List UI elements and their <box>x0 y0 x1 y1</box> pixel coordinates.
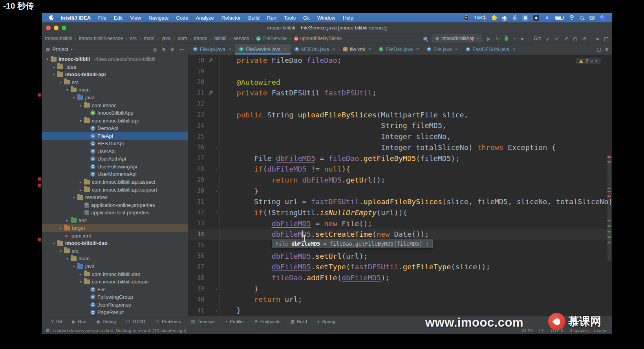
stripe-mark[interactable] <box>607 225 611 227</box>
line-number[interactable]: 39 <box>188 285 207 292</box>
chevron-down-icon[interactable]: ▾ <box>64 256 70 261</box>
code-line-26[interactable]: 26▾ Integer totalSliceNo) throws Excepti… <box>188 142 612 153</box>
input-language-indicator[interactable]: 英 <box>512 15 517 21</box>
close-tab-icon[interactable]: × <box>368 46 371 52</box>
fold-icon[interactable]: ▴ <box>214 189 219 193</box>
line-number[interactable]: 37 <box>188 263 207 270</box>
tree-item-pageresult[interactable]: CPageResult <box>42 309 188 316</box>
toolwindow-button-profiler[interactable]: ◔Profiler <box>220 316 249 327</box>
line-number[interactable]: 28 <box>188 166 207 173</box>
spotlight-search-icon[interactable] <box>580 16 584 20</box>
line-number[interactable]: 33 <box>188 220 207 227</box>
chevron-down-icon[interactable]: ▾ <box>51 241 57 245</box>
tree-item-userauthapi[interactable]: CUserAuthApi <box>42 155 188 163</box>
chevron-right-icon[interactable]: ▸ <box>58 226 64 230</box>
profiler-button[interactable]: ◔ <box>513 36 516 41</box>
code-line-31[interactable]: 31 String url = fastDFSUtil.uploadFileBy… <box>188 196 612 207</box>
wifi-icon[interactable] <box>569 15 575 20</box>
code-line-27[interactable]: 27 File dbFileMD5 = fileDao.getFileByMD5… <box>188 153 612 164</box>
line-number[interactable]: 23 <box>188 111 207 118</box>
menubar-item-run[interactable]: Run <box>267 15 276 21</box>
tree-item-followinggroup[interactable]: CFollowingGroup <box>42 293 188 301</box>
code-line-21[interactable]: 21 private FastDFSUtil fastDFSUtil; <box>188 88 612 99</box>
bean-gutter-icon[interactable] <box>208 89 213 97</box>
line-number[interactable]: 18 <box>188 57 207 64</box>
line-number[interactable]: 19 <box>188 68 207 75</box>
line-number[interactable]: 32 <box>188 209 207 216</box>
menubar-app-icon-2[interactable]: ◆ <box>533 15 539 21</box>
line-number[interactable]: 26 <box>188 144 207 151</box>
tree-item-com-imooc[interactable]: ▾com.imooc <box>42 101 188 109</box>
project-panel-header[interactable]: ▦ Project ▾ ◎≡⚙— <box>42 44 188 55</box>
tree-item-file[interactable]: CFile <box>42 285 188 293</box>
menubar-item-code[interactable]: Code <box>176 15 188 21</box>
breadcrumb-item-src[interactable]: src <box>130 36 137 41</box>
code-line-25[interactable]: 25 Integer sliceNo, <box>188 131 612 142</box>
tree-item-application-test-properties[interactable]: application-test.properties <box>42 209 188 217</box>
code-line-20[interactable]: 20 @Autowired <box>188 77 612 88</box>
code-line-40[interactable]: 40 return url; <box>188 294 612 305</box>
tree-item-idea[interactable]: ▸.idea <box>42 63 188 71</box>
breadcrumb-item-imooc[interactable]: imooc <box>194 36 207 41</box>
vcs-history-button[interactable]: ◷ <box>573 36 577 41</box>
fold-icon[interactable]: ▴ <box>214 309 219 312</box>
tree-item-com-imooc-bilibili-api-support[interactable]: ▸com.imooc.bilibili.api.support <box>42 186 188 194</box>
breadcrumb-item-fileservice[interactable]: CFileService <box>256 36 287 41</box>
toolwindow-button-endpoints[interactable]: ⊕Endpoints <box>249 316 285 327</box>
code-line-34[interactable]: 34 dbFileMD5.setCreateTime(new Date()); <box>188 229 612 240</box>
close-tab-icon[interactable]: × <box>284 46 287 52</box>
tree-item-imooc-bilibili[interactable]: ▾imooc-bilibili~/idea projects/imooc-bil… <box>42 55 188 63</box>
line-separator-widget[interactable]: LF <box>539 328 544 333</box>
tab-fileservice-java[interactable]: CFileService.java× <box>235 44 291 55</box>
locate-file-button[interactable]: ◎ <box>153 47 157 52</box>
tree-item-main[interactable]: ▾main <box>42 86 188 94</box>
menubar-item-help[interactable]: Help <box>343 15 353 21</box>
inspections-widget[interactable]: 2 ▴ ▾ <box>576 58 601 64</box>
close-window-button[interactable] <box>46 26 51 30</box>
bean-gutter-icon[interactable] <box>208 56 213 64</box>
apple-logo-icon[interactable] <box>49 15 54 20</box>
tree-item-fileapi[interactable]: CFileApi <box>42 132 188 140</box>
chevron-down-icon[interactable]: ▾ <box>44 57 50 61</box>
code-line-29[interactable]: 29 return dbFileMD5.getUrl(); <box>188 175 612 186</box>
tab-md5util-java[interactable]: CMD5Util.java× <box>291 44 339 55</box>
fold-icon[interactable]: ▾ <box>214 145 219 149</box>
code-line-30[interactable]: 30▴ } <box>188 185 612 196</box>
vcs-push-button[interactable]: ↗ <box>564 36 568 41</box>
tab-fileapi-java[interactable]: CFileApi.java× <box>189 44 235 55</box>
tree-item-com-imooc-bilibili-api[interactable]: ▾com.imooc.bilibili.api <box>42 117 188 124</box>
line-number[interactable]: 38 <box>188 274 207 281</box>
run-button[interactable]: ▶ <box>487 36 491 41</box>
tree-item-src[interactable]: ▾src <box>42 79 188 86</box>
chevron-right-icon[interactable]: ▸ <box>78 188 84 192</box>
toolwindow-button-spring[interactable]: ●Spring <box>312 316 340 327</box>
next-problem-icon[interactable]: ▾ <box>595 59 597 63</box>
line-number[interactable]: 22 <box>188 100 207 108</box>
zoom-window-button[interactable] <box>62 26 66 30</box>
menubar-item-build[interactable]: Build <box>248 15 260 21</box>
control-center-icon[interactable] <box>589 16 595 20</box>
tree-item-userapi[interactable]: CUserApi <box>42 148 188 155</box>
tree-item-userfollowingapi[interactable]: CUserFollowingApi <box>42 163 188 171</box>
split-editor-button[interactable]: ▢ <box>597 47 601 52</box>
line-number[interactable]: 30 <box>188 187 207 194</box>
tree-item-java[interactable]: ▾java <box>42 263 188 270</box>
stripe-mark[interactable] <box>607 156 611 158</box>
fold-icon[interactable]: ▾ <box>214 167 219 171</box>
breadcrumb-item-bilibili[interactable]: bilibili <box>214 36 227 41</box>
line-number[interactable]: 36 <box>188 252 207 259</box>
code-line-37[interactable]: 37 dbFileMD5.setType(fastDFSUtil.getFile… <box>188 261 612 272</box>
menubar-app-icon-1[interactable]: ▤ <box>522 15 528 21</box>
stripe-mark[interactable] <box>607 196 611 197</box>
hide-panel-button[interactable]: — <box>179 47 184 52</box>
toolwindow-button-run[interactable]: ▶Run <box>67 316 91 327</box>
chevron-down-icon[interactable]: ▾ <box>71 95 77 100</box>
stripe-mark[interactable] <box>607 188 611 189</box>
tree-item-application-online-properties[interactable]: application-online.properties <box>42 201 188 209</box>
debug-button[interactable] <box>505 37 508 41</box>
code-line-33[interactable]: 33 dbFileMD5 = new File(); <box>188 218 612 229</box>
microphone-icon[interactable] <box>503 16 506 20</box>
close-tab-icon[interactable]: × <box>229 46 232 52</box>
rerun-button[interactable]: ↻ <box>496 36 500 41</box>
panel-settings-button[interactable]: ⚙ <box>170 47 174 52</box>
